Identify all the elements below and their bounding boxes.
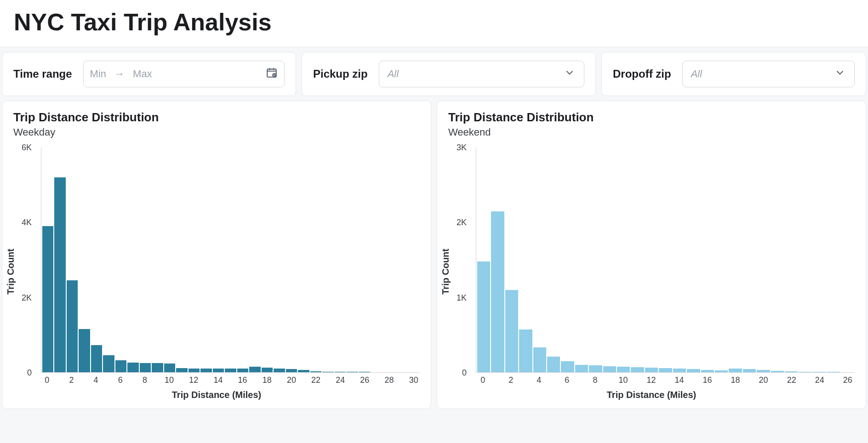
chart-bar[interactable]	[213, 369, 224, 372]
filter-bar: Time range Min → Max Pickup zip All Drop…	[0, 47, 868, 101]
chart-bar[interactable]	[310, 371, 321, 372]
chart-bar[interactable]	[140, 363, 151, 372]
chart-bar[interactable]	[603, 366, 616, 372]
chart-bar[interactable]	[729, 369, 742, 372]
x-tick: 28	[385, 375, 394, 385]
chart-subtitle: Weekday	[13, 126, 420, 138]
x-tick: 10	[618, 375, 628, 385]
y-tick: 4K	[22, 218, 32, 227]
chart-bar[interactable]	[533, 347, 546, 372]
chart-bar[interactable]	[262, 368, 273, 372]
time-range-input[interactable]: Min → Max	[83, 61, 285, 87]
chart-bar[interactable]	[813, 372, 826, 372]
x-tick: 0	[480, 375, 485, 385]
x-tick: 14	[213, 375, 223, 385]
x-tick: 22	[787, 375, 796, 385]
chart-bar[interactable]	[701, 370, 714, 372]
chart-bar[interactable]	[547, 357, 560, 372]
dropoff-zip-placeholder: All	[691, 68, 702, 80]
arrow-right-icon: →	[114, 68, 125, 80]
chart-bar[interactable]	[659, 368, 672, 372]
chart-bar[interactable]	[359, 372, 370, 372]
chart-bar[interactable]	[631, 367, 644, 372]
chart-bar[interactable]	[79, 329, 90, 372]
chart-bar[interactable]	[42, 226, 53, 372]
x-tick: 26	[843, 375, 852, 385]
chart-bar[interactable]	[827, 372, 839, 372]
chart-bar[interactable]	[249, 367, 260, 372]
x-tick: 8	[143, 375, 147, 385]
chart-bar[interactable]	[491, 211, 504, 372]
chart-bar[interactable]	[589, 365, 602, 372]
pickup-zip-label: Pickup zip	[313, 68, 368, 80]
chart-weekend: Trip Distance Distribution Weekend Trip …	[437, 101, 866, 409]
chart-bar[interactable]	[785, 371, 798, 372]
x-tick: 24	[336, 375, 345, 385]
x-tick: 8	[593, 375, 597, 385]
chart-weekday: Trip Distance Distribution Weekday Trip …	[2, 101, 431, 409]
chart-weekday-plot: Trip Count 02K4K6K 024681012141618202224…	[13, 143, 420, 400]
x-tick: 16	[238, 375, 247, 385]
calendar-icon[interactable]	[266, 67, 278, 81]
time-range-min-placeholder: Min	[90, 68, 106, 80]
x-axis-label: Trip Distance (Miles)	[172, 390, 262, 400]
x-tick: 14	[675, 375, 684, 385]
chart-bar[interactable]	[519, 329, 532, 372]
chart-subtitle: Weekend	[448, 126, 855, 138]
chart-bar[interactable]	[477, 261, 490, 372]
x-tick: 0	[45, 375, 49, 385]
chart-bar[interactable]	[127, 363, 138, 372]
chart-bar[interactable]	[237, 369, 248, 372]
chart-bar[interactable]	[799, 372, 811, 372]
chart-bar[interactable]	[188, 369, 200, 372]
y-tick: 2K	[457, 218, 467, 227]
y-tick: 0	[27, 368, 32, 378]
time-range-max-placeholder: Max	[133, 68, 152, 80]
chart-bar[interactable]	[164, 363, 175, 372]
chart-bar[interactable]	[617, 367, 630, 372]
chevron-down-icon	[834, 67, 846, 81]
x-tick: 12	[189, 375, 198, 385]
chart-bar[interactable]	[91, 345, 102, 372]
chart-bar[interactable]	[274, 369, 285, 372]
x-tick: 30	[409, 375, 418, 385]
chart-bar[interactable]	[335, 372, 346, 372]
x-axis-ticks: 024681012141618202224262830	[41, 375, 420, 386]
chart-bar[interactable]	[225, 369, 236, 372]
chart-bar[interactable]	[115, 360, 126, 372]
x-tick: 4	[94, 375, 98, 385]
chart-bar[interactable]	[54, 177, 65, 372]
x-tick: 4	[537, 375, 541, 385]
chart-bar[interactable]	[561, 361, 574, 372]
y-tick: 1K	[457, 293, 467, 302]
y-tick: 3K	[457, 143, 467, 153]
chart-bar[interactable]	[286, 369, 297, 372]
chart-bar[interactable]	[103, 355, 114, 372]
chart-bar[interactable]	[176, 368, 187, 372]
chart-bar[interactable]	[322, 372, 333, 372]
chart-weekend-plot: Trip Count 01K2K3K 024681012141618202224…	[448, 143, 855, 400]
filter-pickup-zip: Pickup zip All	[302, 52, 596, 96]
chart-bar[interactable]	[298, 370, 309, 372]
chart-bar[interactable]	[347, 372, 358, 372]
plot-area[interactable]	[476, 148, 855, 373]
chart-bar[interactable]	[687, 369, 700, 372]
chart-bar[interactable]	[200, 369, 211, 372]
chart-bar[interactable]	[771, 371, 784, 372]
chart-bar[interactable]	[645, 368, 658, 372]
chart-bar[interactable]	[673, 369, 686, 372]
chart-bar[interactable]	[505, 290, 518, 372]
dropoff-zip-select[interactable]: All	[682, 61, 855, 87]
x-tick: 12	[646, 375, 656, 385]
x-tick: 6	[565, 375, 569, 385]
chart-bar[interactable]	[715, 370, 728, 372]
chart-bar[interactable]	[743, 369, 756, 372]
x-axis-label: Trip Distance (Miles)	[607, 390, 697, 400]
chart-bar[interactable]	[67, 280, 78, 372]
chart-bar[interactable]	[575, 365, 588, 372]
chart-bar[interactable]	[152, 363, 163, 372]
plot-area[interactable]	[41, 148, 420, 373]
chart-bar[interactable]	[757, 370, 770, 372]
chart-title: Trip Distance Distribution	[13, 110, 420, 125]
pickup-zip-select[interactable]: All	[379, 61, 584, 87]
